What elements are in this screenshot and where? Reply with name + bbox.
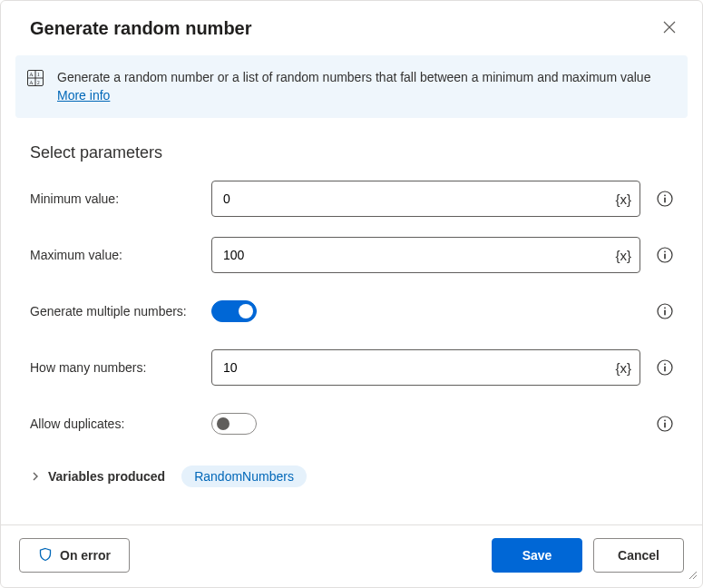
- field-generate-multiple: Generate multiple numbers:: [30, 293, 673, 329]
- on-error-label: On error: [60, 548, 111, 563]
- svg-point-8: [664, 194, 666, 196]
- svg-text:A: A: [29, 80, 34, 85]
- save-button[interactable]: Save: [492, 538, 582, 573]
- variable-picker-icon[interactable]: {x}: [611, 356, 635, 378]
- svg-point-11: [664, 250, 666, 252]
- on-error-button[interactable]: On error: [19, 538, 130, 573]
- info-icon[interactable]: [648, 191, 673, 207]
- section-title: Select parameters: [30, 143, 673, 162]
- generate-multiple-toggle[interactable]: [211, 300, 257, 322]
- variable-pill[interactable]: RandomNumbers: [181, 466, 307, 487]
- svg-rect-18: [664, 366, 666, 371]
- variable-picker-icon[interactable]: {x}: [611, 187, 635, 210]
- info-icon[interactable]: [648, 247, 673, 263]
- svg-text:2: 2: [37, 80, 40, 85]
- svg-rect-15: [664, 309, 666, 315]
- close-button[interactable]: [655, 14, 684, 43]
- svg-point-14: [664, 307, 666, 309]
- field-maximum: Maximum value: {x}: [30, 237, 673, 273]
- info-icon[interactable]: [648, 416, 673, 432]
- svg-point-20: [664, 419, 666, 421]
- chevron-right-icon: [30, 471, 41, 482]
- field-count: How many numbers: {x}: [30, 349, 673, 386]
- svg-point-17: [664, 363, 666, 365]
- variable-picker-icon[interactable]: {x}: [611, 243, 635, 266]
- field-label-maximum: Maximum value:: [30, 248, 211, 262]
- field-label-count: How many numbers:: [30, 360, 211, 375]
- field-label-multiple: Generate multiple numbers:: [30, 304, 211, 318]
- maximum-input[interactable]: [211, 237, 640, 273]
- info-icon[interactable]: [648, 303, 673, 319]
- dialog-header: Generate random number: [1, 1, 702, 55]
- info-banner: A 1 A 2 Generate a random number or a li…: [15, 55, 688, 118]
- field-minimum: Minimum value: {x}: [30, 181, 673, 217]
- more-info-link[interactable]: More info: [57, 88, 110, 103]
- parameters-section: Select parameters Minimum value: {x} Max…: [1, 127, 702, 462]
- variables-produced-row[interactable]: Variables produced RandomNumbers: [1, 466, 702, 502]
- svg-text:A: A: [29, 72, 34, 77]
- count-input[interactable]: [211, 349, 640, 386]
- info-banner-text: Generate a random number or a list of ra…: [57, 68, 673, 105]
- variables-produced-label: Variables produced: [48, 469, 165, 484]
- field-label-minimum: Minimum value:: [30, 191, 211, 206]
- close-icon: [663, 21, 676, 36]
- minimum-input[interactable]: [211, 181, 640, 217]
- cancel-button[interactable]: Cancel: [593, 538, 684, 573]
- svg-rect-12: [664, 253, 666, 259]
- info-icon[interactable]: [648, 359, 673, 376]
- dialog-title: Generate random number: [30, 18, 252, 39]
- dialog-footer: On error Save Cancel: [1, 524, 702, 587]
- svg-rect-21: [664, 422, 666, 427]
- action-icon: A 1 A 2: [26, 69, 44, 90]
- dialog: Generate random number A 1 A 2 Generate …: [0, 0, 703, 588]
- field-duplicates: Allow duplicates:: [30, 406, 673, 442]
- shield-icon: [38, 547, 53, 564]
- svg-rect-9: [664, 197, 666, 202]
- allow-duplicates-toggle[interactable]: [211, 413, 257, 435]
- banner-description: Generate a random number or a list of ra…: [57, 70, 650, 84]
- svg-text:1: 1: [37, 72, 40, 77]
- field-label-duplicates: Allow duplicates:: [30, 416, 211, 431]
